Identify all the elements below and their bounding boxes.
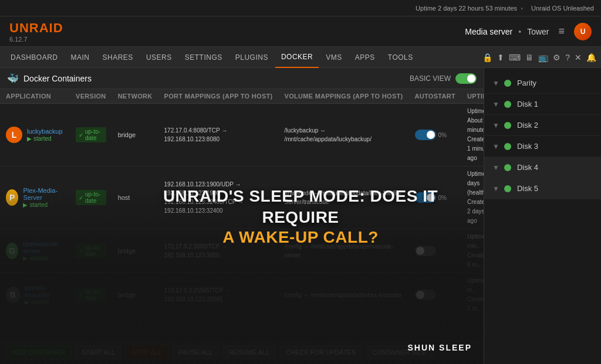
app-status: started (29, 255, 48, 261)
chevron-icon: ▼ (492, 142, 499, 151)
disk-status-dot (504, 185, 511, 192)
uptime-cell: Uptime: 2 m...Created: 2 m... (461, 273, 484, 317)
table-row: L luckybackup ▶ started ✓ up-to-date (0, 104, 484, 166)
ports-cell: 192.168.10.123:1900/UDP → 192.168.10.123… (158, 166, 279, 229)
app-name-luckybackup[interactable]: luckybackup (27, 128, 63, 135)
header: UNRAID 6.12.7 Media server • Tower ≡ U (0, 16, 601, 47)
server-type: Tower (527, 27, 549, 36)
terminal-icon[interactable]: ⌨ (509, 53, 521, 62)
uptime-text: Uptime: 2 days (healthy)Created: 2 days … (467, 171, 484, 224)
nav-plugins[interactable]: PLUGINS (229, 47, 274, 68)
disk-status-dot (504, 122, 511, 129)
app-name-binhex[interactable]: binhex-krusader (25, 284, 64, 298)
nav-apps[interactable]: APPS (349, 47, 381, 68)
col-uptime: UPTIME (461, 89, 484, 104)
volume-text: /config ↔ /mnt/user/appdata/binhex-krusa… (285, 292, 402, 298)
nav-users[interactable]: USERS (140, 47, 178, 68)
monitor-icon[interactable]: 🖥 (525, 53, 534, 62)
col-application: APPLICATION (0, 89, 70, 104)
nav-dashboard[interactable]: DASHBOARD (5, 47, 64, 68)
volumes-cell: /config ↔ /mnt/user/appdata/openvscode-s… (279, 229, 409, 273)
app-cell: L luckybackup ▶ started (0, 104, 70, 166)
network-text: bridge (118, 291, 136, 298)
network-text: bridge (118, 131, 136, 138)
upload-icon[interactable]: ⬆ (497, 53, 504, 62)
nav-tools[interactable]: TOOLS (382, 47, 419, 68)
bell-icon[interactable]: 🔔 (586, 53, 596, 62)
chevron-icon: ▼ (492, 164, 499, 172)
server-name: Media server (465, 27, 512, 36)
disk-name: Disk 5 (517, 184, 538, 193)
disk-item-4[interactable]: ▼ Disk 4 (484, 157, 601, 178)
main-content: 🐳 Docker Containers BASIC VIEW APPLICATI… (0, 68, 601, 364)
docker-panel: 🐳 Docker Containers BASIC VIEW APPLICATI… (0, 68, 484, 364)
app-status: started (33, 135, 52, 142)
volumes-cell: /transcode ↔ /mnt/user/appdata/Plex-Medi… (279, 166, 409, 229)
autostart-toggle-off[interactable] (415, 290, 436, 300)
uptime-text: Uptime 2 days 22 hours 53 minutes (416, 5, 517, 12)
table-row: G openvscode-server ▶ started ✓ up-to-da… (0, 229, 484, 273)
pause-all-button[interactable]: PAUSE ALL (172, 345, 220, 359)
version-cell: ✓ up-to-date (70, 229, 112, 273)
disk-item-2[interactable]: ▼ Disk 2 (484, 115, 601, 136)
nav-docker[interactable]: DOCKER (275, 47, 319, 68)
disk-list: ▼ Parity ▼ Disk 1 ▼ Disk 2 ▼ Disk 3 ▼ (484, 68, 601, 364)
start-all-button[interactable]: START ALL (75, 345, 121, 359)
nav-icons: 🔒 ⬆ ⌨ 🖥 📺 ⚙ ? ✕ 🔔 (482, 53, 596, 62)
close-icon[interactable]: ✕ (575, 53, 582, 62)
play-icon: ▶ (23, 255, 28, 261)
network-text: bridge (118, 247, 136, 254)
resume-all-button[interactable]: RESUME ALL (222, 345, 276, 359)
uptime-text: Uptime: About a minuteCreated: 1 minute … (467, 108, 484, 161)
port-text: 172.17.0.2:3000/TCP → 192.168.10.123:300… (164, 243, 228, 258)
containers-table: APPLICATION VERSION NETWORK PORT MAPPING… (0, 89, 484, 317)
basic-view-toggle[interactable] (455, 73, 477, 84)
volumes-cell: /luckybackup ↔ /mnt/cache/appdata/luckyb… (279, 104, 409, 166)
app-status: started (31, 299, 49, 305)
app-icon-binhex: B (6, 287, 20, 303)
app-name-plex[interactable]: Plex-Media-Server (23, 187, 64, 201)
container-size-button[interactable]: CONTAINER SIZE (366, 345, 432, 359)
nav-main[interactable]: MAIN (65, 47, 96, 68)
autostart-toggle-off[interactable] (415, 246, 436, 256)
autostart-toggle-on[interactable] (415, 192, 436, 203)
autostart-pct: 0% (438, 132, 447, 138)
lock-icon[interactable]: 🔒 (482, 53, 492, 62)
disk-status-dot (504, 80, 511, 87)
nav-shares[interactable]: SHARES (97, 47, 139, 68)
autostart-pct: 0% (438, 195, 447, 201)
disk-item-parity[interactable]: ▼ Parity (484, 73, 601, 94)
col-ports: PORT MAPPINGS (APP TO HOST) (158, 89, 279, 104)
nav-settings[interactable]: SETTINGS (179, 47, 228, 68)
col-autostart: AUTOSTART (409, 89, 462, 104)
add-container-button[interactable]: ADD CONTAINER (6, 345, 72, 359)
col-volumes: VOLUME MAPPINGS (APP TO HOST) (279, 89, 409, 104)
disk-item-5[interactable]: ▼ Disk 5 (484, 178, 601, 199)
disk-name: Disk 2 (517, 121, 538, 130)
autostart-toggle-on[interactable] (415, 130, 436, 140)
os-text: Unraid OS Unleashed (531, 5, 594, 12)
stop-all-button[interactable]: STOP ALL (125, 345, 168, 359)
nav-vms[interactable]: VMS (320, 47, 348, 68)
server-info: Media server • Tower (465, 27, 549, 36)
play-icon: ▶ (23, 202, 28, 208)
network-cell: host (112, 166, 158, 229)
help-icon[interactable]: ? (565, 53, 570, 62)
disk-status-dot (504, 164, 511, 171)
version-badge: ✓ up-to-date (76, 287, 106, 302)
ports-cell: 172.17.0.4:8080/TCP → 192.168.10.123:808… (158, 104, 279, 166)
nav: DASHBOARD MAIN SHARES USERS SETTINGS PLU… (0, 47, 601, 68)
autostart-cell (409, 273, 462, 317)
screen-icon[interactable]: 📺 (538, 53, 548, 62)
disk-item-1[interactable]: ▼ Disk 1 (484, 94, 601, 115)
autostart-cell (409, 229, 462, 273)
avatar[interactable]: U (574, 23, 592, 40)
menu-icon[interactable]: ≡ (558, 25, 565, 38)
check-updates-button[interactable]: CHECK FOR UPDATES (279, 345, 362, 359)
disk-name: Parity (517, 79, 536, 87)
table-row: P Plex-Media-Server ▶ started ✓ up-to-da… (0, 166, 484, 229)
settings-icon[interactable]: ⚙ (553, 53, 561, 62)
disk-item-3[interactable]: ▼ Disk 3 (484, 136, 601, 157)
disk-status-dot (504, 101, 511, 108)
app-name-openvscode[interactable]: openvscode-server (23, 240, 64, 254)
